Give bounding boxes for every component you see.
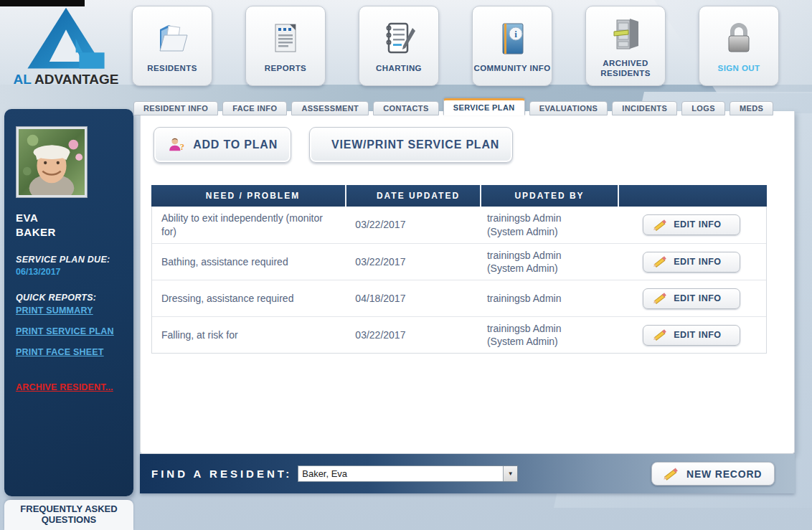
date-cell: 04/18/2017	[345, 288, 480, 309]
logo-prefix: AL	[13, 72, 31, 87]
actions-cell: EDIT INFO	[617, 247, 766, 277]
svg-text:?: ?	[180, 142, 184, 152]
archive-cabinet-icon	[606, 13, 645, 55]
date-cell: 03/22/2017	[345, 214, 480, 235]
updated-by-name: trainingsb Admin	[487, 249, 610, 262]
resident-finder-bar: FIND A RESIDENT: Baker, Eva ▼ NEW RECORD	[140, 454, 795, 493]
new-record-label: NEW RECORD	[686, 468, 762, 480]
record-tab-strip: RESIDENT INFO FACE INFO ASSESSMENT CONTA…	[133, 98, 773, 115]
need-cell: Dressing, assistance required	[152, 288, 345, 309]
date-cell: 03/22/2017	[345, 251, 480, 273]
actions-cell: EDIT INFO	[617, 284, 766, 313]
nav-archived-residents-button[interactable]: ARCHIVED RESIDENTS	[585, 6, 666, 86]
logo-triangle-icon	[23, 4, 109, 70]
tab-face-info[interactable]: FACE INFO	[222, 101, 287, 115]
need-cell: Ability to exit independently (monitor f…	[152, 207, 345, 242]
service-plan-due-date: 06/13/2017	[16, 267, 123, 277]
top-navigation: RESIDENTS REPORTS	[132, 6, 779, 86]
tab-contacts[interactable]: CONTACTS	[373, 101, 439, 115]
logo-wordmark: AL ADVANTAGE	[10, 72, 122, 87]
updated-by-role: (System Admin)	[487, 262, 610, 275]
logo-name: ADVANTAGE	[34, 72, 119, 87]
nav-sign-out-button[interactable]: SIGN OUT	[699, 6, 779, 86]
info-book-icon: i	[493, 18, 532, 60]
resident-name: EVA BAKER	[16, 211, 123, 239]
updated-by-name: trainingsb Admin	[487, 292, 610, 305]
pencil-icon	[652, 291, 666, 306]
resident-photo-frame	[16, 126, 88, 198]
table-row: Dressing, assistance required 04/18/2017…	[152, 280, 766, 316]
updated-by-cell: trainingsb Admin (System Admin)	[480, 245, 618, 279]
date-cell: 03/22/2017	[345, 324, 480, 346]
actions-cell: EDIT INFO	[617, 210, 766, 240]
add-person-icon: ?	[167, 131, 184, 158]
nav-reports-button[interactable]: REPORTS	[245, 6, 326, 86]
table-row: Falling, at risk for 03/22/2017 training…	[152, 316, 766, 353]
actions-cell: EDIT INFO	[617, 321, 766, 350]
app-logo: AL ADVANTAGE	[10, 4, 122, 87]
pencil-icon	[652, 328, 666, 342]
nav-charting-button[interactable]: CHARTING	[359, 6, 439, 86]
nav-community-info-button[interactable]: i COMMUNITY INFO	[472, 6, 552, 86]
tab-meds[interactable]: MEDS	[730, 101, 773, 115]
updated-by-role: (System Admin)	[487, 225, 610, 238]
clipboard-pencil-icon	[379, 18, 418, 60]
updated-by-cell: trainingsb Admin (System Admin)	[480, 318, 618, 352]
view-print-label: VIEW/PRINT SERVICE PLAN	[331, 138, 499, 151]
edit-info-label: EDIT INFO	[674, 329, 721, 341]
service-plan-due-label: SERVICE PLAN DUE:	[16, 255, 123, 265]
faq-button[interactable]: FREQUENTLY ASKED QUESTIONS	[4, 500, 133, 530]
updated-by-cell: trainingsb Admin	[480, 288, 618, 309]
updated-by-name: trainingsb Admin	[487, 212, 610, 224]
tab-resident-info[interactable]: RESIDENT INFO	[133, 101, 218, 115]
resident-sidebar: EVA BAKER SERVICE PLAN DUE: 06/13/2017 Q…	[4, 109, 133, 496]
edit-info-button[interactable]: EDIT INFO	[643, 214, 740, 235]
service-plan-table: NEED / PROBLEM DATE UPDATED UPDATED BY A…	[151, 185, 767, 354]
print-face-sheet-link[interactable]: PRINT FACE SHEET	[16, 347, 104, 357]
add-to-plan-button[interactable]: ? ADD TO PLAN	[154, 127, 291, 163]
new-record-button[interactable]: NEW RECORD	[651, 462, 775, 486]
need-cell: Bathing, assistance required	[152, 251, 345, 273]
dropdown-arrow-icon[interactable]: ▼	[503, 466, 517, 481]
need-cell: Falling, at risk for	[152, 324, 345, 346]
resident-photo	[19, 129, 85, 195]
nav-label: RESIDENTS	[147, 64, 197, 74]
archive-resident-link[interactable]: ARCHIVE RESIDENT...	[16, 382, 113, 392]
resident-first-name: EVA	[16, 211, 123, 225]
tab-logs[interactable]: LOGS	[681, 101, 725, 115]
pencil-icon	[662, 466, 678, 482]
tab-evaluations[interactable]: EVALUATIONS	[529, 101, 608, 115]
folder-icon	[153, 18, 192, 60]
edit-info-label: EDIT INFO	[674, 219, 721, 230]
nav-residents-button[interactable]: RESIDENTS	[132, 6, 212, 86]
nav-label: REPORTS	[265, 64, 306, 74]
view-print-service-plan-button[interactable]: VIEW/PRINT SERVICE PLAN	[309, 127, 513, 163]
print-service-plan-link[interactable]: PRINT SERVICE PLAN	[16, 326, 114, 336]
edit-info-button[interactable]: EDIT INFO	[643, 325, 740, 346]
nav-label: ARCHIVED RESIDENTS	[586, 59, 665, 79]
report-icon	[266, 18, 305, 60]
table-row: Ability to exit independently (monitor f…	[152, 207, 766, 243]
nav-label: SIGN OUT	[718, 64, 760, 74]
edit-info-button[interactable]: EDIT INFO	[643, 252, 740, 273]
tab-service-plan[interactable]: SERVICE PLAN	[443, 98, 525, 115]
col-date-updated: DATE UPDATED	[345, 185, 480, 207]
add-to-plan-label: ADD TO PLAN	[193, 138, 278, 151]
tab-incidents[interactable]: INCIDENTS	[612, 101, 677, 115]
nav-label: COMMUNITY INFO	[474, 64, 551, 74]
print-summary-link[interactable]: PRINT SUMMARY	[16, 306, 93, 316]
edit-info-label: EDIT INFO	[674, 293, 721, 304]
find-a-resident-label: FIND A RESIDENT:	[151, 468, 292, 480]
updated-by-role: (System Admin)	[487, 335, 610, 348]
updated-by-name: trainingsb Admin	[487, 322, 610, 335]
find-resident-select[interactable]: Baker, Eva ▼	[298, 465, 518, 482]
updated-by-cell: trainingsb Admin (System Admin)	[480, 207, 618, 242]
col-need-problem: NEED / PROBLEM	[151, 185, 345, 207]
table-body: Ability to exit independently (monitor f…	[151, 207, 767, 354]
resident-last-name: BAKER	[16, 225, 123, 240]
svg-text:i: i	[514, 29, 517, 39]
table-header-row: NEED / PROBLEM DATE UPDATED UPDATED BY	[151, 185, 767, 207]
edit-info-button[interactable]: EDIT INFO	[643, 288, 740, 309]
col-updated-by: UPDATED BY	[480, 185, 618, 207]
tab-assessment[interactable]: ASSESSMENT	[291, 101, 369, 115]
